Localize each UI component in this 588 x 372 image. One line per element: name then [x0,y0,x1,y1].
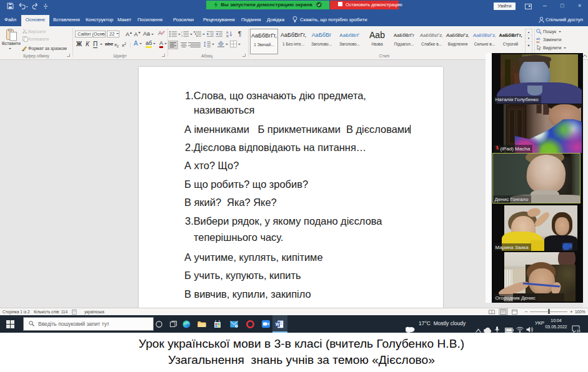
svg-text:W: W [276,322,280,326]
svg-text:2: 2 [181,35,182,37]
svg-text:Я: Я [226,34,229,37]
svg-text:1: 1 [181,31,182,34]
